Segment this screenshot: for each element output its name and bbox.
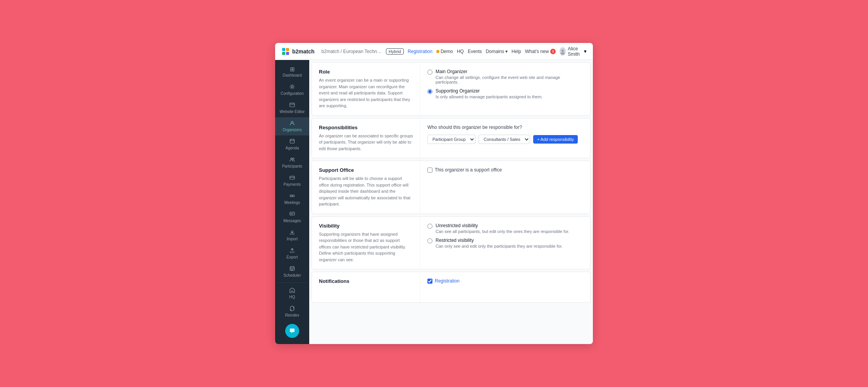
support-office-title: Support Office — [319, 167, 413, 173]
sidebar-label-payments: Payments — [284, 182, 301, 187]
sidebar-label-agenda: Agenda — [286, 146, 299, 151]
visibility-option-restricted: Restricted visibility Can only see and e… — [427, 238, 583, 248]
svg-point-10 — [291, 158, 292, 159]
svg-rect-0 — [282, 48, 285, 51]
role-main-desc: Can change all settings, configure the e… — [436, 75, 583, 84]
sidebar-label-organizers: Organizers — [283, 128, 302, 132]
svg-rect-9 — [290, 139, 294, 143]
chevron-down-icon: ▾ — [505, 49, 508, 54]
sidebar-item-payments[interactable]: Payments — [275, 172, 309, 190]
sidebar-item-participants[interactable]: Participants — [275, 154, 309, 172]
website-editor-icon — [289, 102, 295, 108]
support-office-description: Participants will be able to choose a su… — [319, 175, 413, 207]
participant-group-select[interactable]: Participant Group — [427, 135, 475, 144]
user-dropdown-icon: ▾ — [584, 48, 587, 54]
who-label: Who should this organizer be responsible… — [427, 125, 583, 130]
sidebar-item-organizers[interactable]: Organizers — [275, 117, 309, 135]
chat-button[interactable] — [285, 324, 299, 338]
visibility-option-unrestricted: Unrestricted visibility Can see all part… — [427, 223, 583, 234]
sidebar-item-website-editor[interactable]: Website Editor — [275, 99, 309, 117]
sidebar-label-scheduler: Scheduler — [283, 273, 301, 278]
svg-point-11 — [293, 158, 294, 159]
sidebar-label-configuration: Configuration — [281, 91, 303, 96]
nav-demo: Demo — [436, 49, 453, 54]
nav-events[interactable]: Events — [468, 49, 482, 54]
add-responsibility-button[interactable]: + Add responsibility — [533, 135, 578, 144]
messages-icon — [289, 211, 295, 217]
role-left: Role An event organizer can be a main or… — [312, 63, 420, 115]
sidebar-label-participants: Participants — [282, 164, 302, 169]
svg-rect-3 — [286, 52, 289, 55]
meetings-icon — [289, 193, 295, 199]
nav-registration[interactable]: Registration — [408, 49, 432, 54]
sidebar-item-meetings[interactable]: Meetings — [275, 190, 309, 208]
notifications-registration-label: Registration — [435, 278, 460, 284]
breadcrumb: b2match / European Technology & Business… — [322, 49, 382, 54]
svg-point-6 — [291, 86, 293, 88]
visibility-right: Unrestricted visibility Can see all part… — [420, 217, 590, 269]
content-area: Role An event organizer can be a main or… — [309, 60, 593, 344]
role-supporting-text: Supporting Organizer Is only allowed to … — [436, 88, 542, 99]
support-office-checkbox-row: This organizer is a support office — [427, 167, 583, 173]
visibility-radio-group: Unrestricted visibility Can see all part… — [427, 223, 583, 248]
consultants-select[interactable]: Consultants / Sales — [479, 135, 530, 144]
sidebar-item-scheduler[interactable]: Scheduler — [275, 263, 309, 281]
svg-point-4 — [561, 50, 564, 52]
role-option-main: Main Organizer Can change all settings, … — [427, 69, 583, 84]
role-main-radio[interactable] — [427, 70, 432, 75]
role-main-text: Main Organizer Can change all settings, … — [436, 69, 583, 84]
visibility-unrestricted-radio[interactable] — [427, 224, 432, 229]
configuration-icon — [289, 84, 295, 90]
visibility-restricted-label: Restricted visibility — [436, 238, 563, 243]
sidebar-label-export: Export — [287, 255, 298, 260]
sidebar-label-hq: HQ — [289, 295, 295, 300]
nav-whats-new[interactable]: What's new 8 — [525, 49, 556, 54]
sidebar-item-dashboard[interactable]: ⊞ Dashboard — [275, 63, 309, 81]
notifications-right: Registration — [420, 272, 590, 302]
role-main-label: Main Organizer — [436, 69, 583, 74]
organizers-icon — [289, 120, 295, 127]
role-supporting-radio[interactable] — [427, 89, 432, 94]
svg-rect-1 — [286, 48, 289, 51]
support-office-label: This organizer is a support office — [435, 167, 502, 173]
nav-help[interactable]: Help — [512, 49, 521, 54]
role-title: Role — [319, 69, 413, 75]
logo-icon — [281, 47, 290, 56]
support-office-section: Support Office Participants will be able… — [312, 161, 591, 214]
visibility-restricted-text: Restricted visibility Can only see and e… — [436, 238, 563, 248]
top-nav: b2match b2match / European Technology & … — [275, 43, 593, 60]
sidebar-item-agenda[interactable]: Agenda — [275, 135, 309, 154]
role-right: Main Organizer Can change all settings, … — [420, 63, 590, 115]
nav-hq[interactable]: HQ — [457, 49, 464, 54]
responsibility-row: Participant Group Consultants / Sales + … — [427, 135, 583, 144]
sidebar-item-import[interactable]: Import — [275, 226, 309, 245]
reindex-icon — [289, 306, 295, 312]
svg-rect-15 — [290, 212, 294, 215]
nav-domains[interactable]: Domains ▾ — [486, 49, 508, 54]
notifications-registration-checkbox[interactable] — [427, 279, 432, 284]
visibility-restricted-desc: Can only see and edit only the participa… — [436, 244, 563, 248]
sidebar-label-import: Import — [287, 237, 298, 241]
role-description: An event organizer can be a main or supp… — [319, 77, 413, 109]
participants-icon — [289, 157, 295, 163]
sidebar-item-hq[interactable]: HQ — [275, 284, 309, 303]
sidebar-label-website-editor: Website Editor — [280, 110, 305, 114]
sidebar-item-configuration[interactable]: Configuration — [275, 81, 309, 99]
sidebar-item-messages[interactable]: Messages — [275, 208, 309, 226]
visibility-left: Visibility Supporting organizers that ha… — [312, 217, 420, 269]
visibility-section: Visibility Supporting organizers that ha… — [312, 216, 591, 270]
payments-icon — [289, 175, 295, 181]
support-office-checkbox[interactable] — [427, 168, 432, 173]
logo-text: b2match — [292, 48, 315, 55]
responsibilities-section: Responsibilities An organizer can be ass… — [312, 118, 591, 159]
visibility-title: Visibility — [319, 223, 413, 229]
visibility-restricted-radio[interactable] — [427, 238, 432, 243]
role-radio-group: Main Organizer Can change all settings, … — [427, 69, 583, 99]
sidebar-item-reindex[interactable]: Reindex — [275, 303, 309, 321]
sidebar-label-reindex: Reindex — [285, 313, 300, 318]
sidebar-item-export[interactable]: Export — [275, 245, 309, 263]
sidebar-divider — [278, 283, 306, 283]
user-area[interactable]: Alice Smith ▾ — [560, 46, 587, 57]
logo-area: b2match — [281, 47, 315, 56]
import-icon — [289, 229, 295, 236]
